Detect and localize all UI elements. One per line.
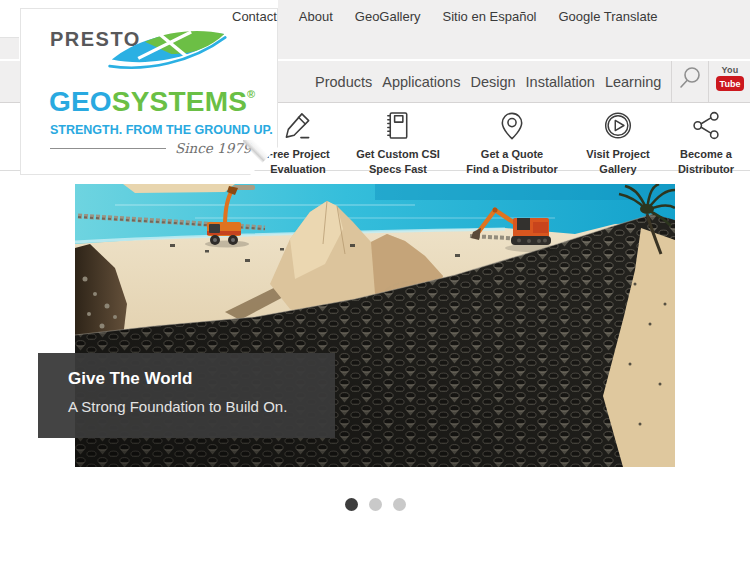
map-pin-icon bbox=[495, 110, 529, 141]
youtube-icon: Tube bbox=[716, 76, 744, 91]
nav-divider bbox=[708, 61, 709, 102]
youtube-button[interactable]: You Tube bbox=[714, 65, 746, 91]
nav-item-applications[interactable]: Applications bbox=[382, 74, 460, 90]
utility-nav: Contact About GeoGallery Sitio en Españo… bbox=[232, 9, 658, 24]
utility-link-about[interactable]: About bbox=[299, 9, 333, 24]
slide-caption: Give The World A Strong Foundation to Bu… bbox=[38, 353, 335, 438]
logo-since-row: Since 1979 bbox=[50, 140, 252, 156]
utility-link-google-translate[interactable]: Google Translate bbox=[559, 9, 658, 24]
carousel-dots bbox=[0, 498, 750, 511]
carousel-dot-2[interactable] bbox=[369, 498, 382, 511]
utility-link-contact[interactable]: Contact bbox=[232, 9, 277, 24]
divider-line bbox=[50, 148, 166, 149]
logo-name: GEOSYSTEMS® bbox=[49, 86, 255, 118]
slide-title: Give The World bbox=[68, 369, 335, 389]
slide-subtitle: A Strong Foundation to Build On. bbox=[68, 398, 335, 415]
nav-item-products[interactable]: Products bbox=[315, 74, 372, 90]
nav-item-installation[interactable]: Installation bbox=[526, 74, 595, 90]
pencil-icon bbox=[281, 110, 315, 141]
search-icon bbox=[678, 66, 702, 92]
utility-link-geogallery[interactable]: GeoGallery bbox=[355, 9, 421, 24]
quick-link-csi-specs[interactable]: Get Custom CSISpecs Fast bbox=[338, 110, 458, 178]
logo-since-text: Since 1979 bbox=[175, 140, 251, 156]
carousel-dot-3[interactable] bbox=[393, 498, 406, 511]
nav-item-design[interactable]: Design bbox=[470, 74, 515, 90]
utility-link-espanol[interactable]: Sitio en Español bbox=[443, 9, 537, 24]
nav-item-learning[interactable]: Learning bbox=[605, 74, 661, 90]
quick-link-become-distributor[interactable]: Become aDistributor bbox=[650, 110, 750, 178]
quick-link-label: Become aDistributor bbox=[650, 147, 750, 178]
quick-link-quote-distributor[interactable]: Get a QuoteFind a Distributor bbox=[452, 110, 572, 178]
main-nav-links: Products Applications Design Installatio… bbox=[315, 61, 661, 103]
search-button[interactable] bbox=[678, 66, 702, 92]
logo-tagline: STRENGTH. FROM THE GROUND UP. bbox=[50, 123, 273, 137]
quick-link-label: Get a QuoteFind a Distributor bbox=[452, 147, 572, 178]
play-circle-icon bbox=[601, 110, 635, 141]
quick-link-label: Get Custom CSISpecs Fast bbox=[338, 147, 458, 178]
utility-bar-left-edge bbox=[0, 37, 19, 59]
company-logo[interactable]: PRESTO GEOSYSTEMS® STRENGTH. FROM THE GR… bbox=[20, 8, 278, 175]
carousel-dot-1[interactable] bbox=[345, 498, 358, 511]
notebook-icon bbox=[381, 110, 415, 141]
share-icon bbox=[689, 110, 723, 141]
leaf-swoosh-icon bbox=[107, 22, 229, 76]
youtube-icon: You bbox=[714, 65, 746, 75]
nav-divider bbox=[671, 61, 672, 102]
